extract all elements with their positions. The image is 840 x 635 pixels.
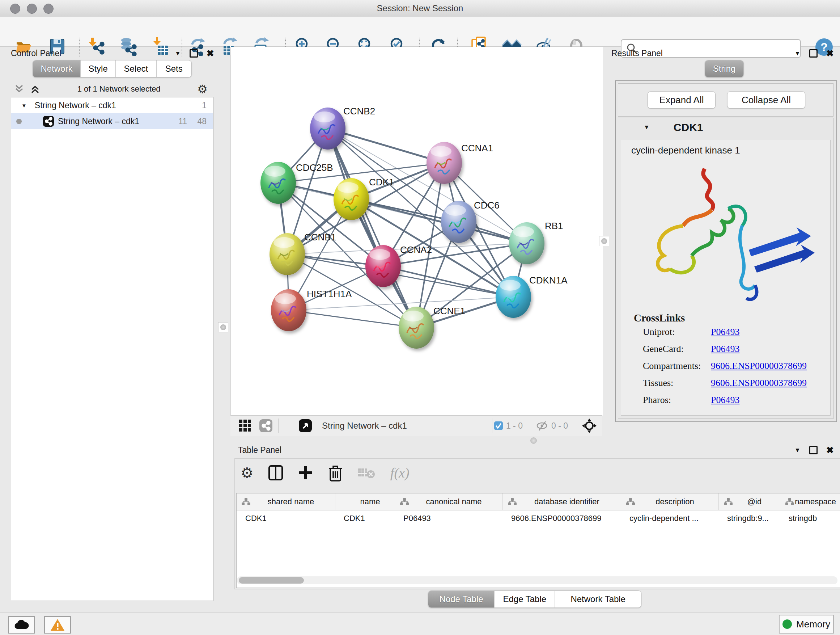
node-RB1[interactable]	[509, 222, 545, 264]
table-options-gear-icon[interactable]: ⚙	[240, 466, 254, 480]
panel-float-icon[interactable]	[189, 49, 198, 57]
column-header-namespace[interactable]: namespace	[780, 494, 840, 510]
warning-icon	[50, 618, 65, 631]
hidden-count: 0 - 0	[551, 421, 568, 431]
hidden-eye-icon[interactable]	[536, 421, 548, 431]
cell[interactable]: 9606.ENSP00000378699	[502, 514, 621, 523]
crosslink-label: Uniprot:	[643, 326, 711, 337]
edge-CCNE1-HIST1H1A[interactable]	[289, 310, 416, 328]
expand-all-button[interactable]: Expand All	[647, 91, 715, 109]
panel-menu-icon[interactable]: ▼	[175, 50, 181, 57]
edge-CCNB2-CCNA1[interactable]	[328, 128, 444, 163]
panel-close-icon[interactable]: ✖	[826, 447, 834, 453]
crosslink-link[interactable]: P06493	[711, 394, 739, 405]
warning-status-button[interactable]	[44, 616, 71, 633]
crosslink-link[interactable]: P06493	[711, 326, 739, 337]
search-input[interactable]	[641, 41, 800, 56]
crosslink-link[interactable]: 9606.ENSP00000378699	[711, 361, 807, 371]
cell[interactable]: stringdb	[780, 514, 840, 523]
network-view-canvas[interactable]: CCNB2CCNA1CDC25BCDK1CDC6RB1CCNB1CCNA2CDK…	[231, 47, 603, 416]
node-HIST1H1A[interactable]	[271, 289, 306, 331]
tab-edge-table[interactable]: Edge Table	[494, 591, 554, 608]
panel-float-icon[interactable]	[809, 49, 818, 57]
node-CCNE1[interactable]	[399, 307, 434, 348]
delete-column-icon[interactable]	[328, 464, 343, 481]
column-header-description[interactable]: description	[621, 494, 718, 510]
column-header-database-identifier[interactable]: database identifier	[502, 494, 621, 510]
cell[interactable]: CDK1	[335, 514, 395, 523]
panel-close-icon[interactable]: ✖	[207, 50, 214, 57]
tab-node-table[interactable]: Node Table	[428, 591, 494, 608]
panel-menu-icon[interactable]: ▼	[794, 447, 801, 454]
network-options-gear-icon[interactable]: ⚙	[197, 83, 208, 95]
node-label-CDC25B: CDC25B	[296, 162, 333, 173]
table-horizontal-scrollbar[interactable]	[237, 576, 837, 584]
node-CCNB1[interactable]	[270, 233, 305, 275]
grid-view-icon[interactable]	[238, 419, 252, 432]
control-panel-window-controls: ▼ ✖	[175, 49, 214, 57]
cell[interactable]: CDK1	[237, 514, 335, 523]
tab-sets[interactable]: Sets	[156, 60, 191, 77]
tab-select[interactable]: Select	[115, 60, 156, 77]
column-header--id[interactable]: @id	[718, 494, 780, 510]
panel-close-icon[interactable]: ✖	[826, 50, 834, 57]
crosslinks-title: CrossLinks	[634, 312, 685, 324]
horizontal-splitter-handle[interactable]	[531, 437, 537, 444]
left-splitter-handle[interactable]	[218, 322, 228, 333]
node-CCNA2[interactable]	[365, 245, 401, 287]
results-panel-title: Results Panel	[611, 49, 663, 58]
network-collection-row[interactable]: ▼ String Network – cdk1 1	[11, 97, 213, 113]
network-list: ▼ String Network – cdk1 1 String Network…	[11, 97, 213, 601]
function-builder-icon: f(x)	[390, 465, 409, 481]
cell[interactable]: stringdb:9...	[718, 514, 780, 523]
expand-all-icon[interactable]	[30, 84, 41, 94]
import-network-database-button[interactable]	[118, 35, 139, 57]
node-label-HIST1H1A: HIST1H1A	[307, 288, 352, 299]
node-CDC6[interactable]	[441, 201, 477, 243]
window-zoom-button[interactable]	[43, 4, 54, 14]
navigator-icon[interactable]	[298, 418, 313, 433]
network-row-selected[interactable]: String Network – cdk1 11 48	[11, 113, 213, 129]
edge-CDK1-RB1[interactable]	[351, 199, 527, 243]
node-CCNA1[interactable]	[426, 142, 462, 184]
window-close-button[interactable]	[10, 4, 20, 14]
table-header-row: shared namenamecanonical namedatabase id…	[237, 494, 840, 510]
birds-eye-toggle-icon[interactable]	[581, 418, 597, 434]
memory-button[interactable]: Memory	[779, 615, 834, 633]
tab-network-table[interactable]: Network Table	[554, 591, 641, 608]
results-panel-window-controls: ▼ ✖	[794, 49, 834, 57]
collapse-all-button[interactable]: Collapse All	[727, 91, 805, 109]
node-CCNB2[interactable]	[310, 108, 346, 149]
cloud-status-button[interactable]	[8, 616, 35, 633]
selected-checkbox-icon[interactable]	[494, 421, 503, 431]
section-expander-icon[interactable]: ▼	[644, 124, 650, 131]
collection-expander-icon[interactable]: ▼	[21, 103, 27, 109]
string-view-icon[interactable]	[259, 418, 273, 433]
cell[interactable]: cyclin-dependent ...	[621, 514, 718, 523]
column-header-name[interactable]: name	[335, 494, 395, 510]
add-column-icon[interactable]	[298, 465, 314, 481]
crosslink-row: GeneCard:P06493	[643, 344, 827, 355]
crosslink-link[interactable]: P06493	[711, 344, 739, 355]
tab-style[interactable]: Style	[80, 60, 115, 77]
node-CDK1[interactable]	[333, 178, 369, 220]
right-splitter-handle[interactable]	[599, 236, 609, 246]
window-minimize-button[interactable]	[27, 4, 37, 14]
import-network-file-button[interactable]	[86, 35, 108, 57]
scrollbar-thumb[interactable]	[239, 577, 304, 584]
column-header-shared-name[interactable]: shared name	[237, 494, 335, 510]
panel-menu-icon[interactable]: ▼	[794, 50, 801, 57]
node-CDC25B[interactable]	[261, 162, 296, 204]
crosslink-link[interactable]: 9606.ENSP00000378699	[711, 378, 807, 388]
gene-section-header[interactable]: ▼ CDK1	[618, 118, 832, 137]
show-columns-icon[interactable]	[268, 464, 283, 481]
import-table-file-button[interactable]	[150, 35, 172, 57]
panel-float-icon[interactable]	[809, 446, 818, 454]
table-row[interactable]: CDK1CDK1P064939606.ENSP00000378699cyclin…	[237, 510, 840, 526]
tab-string[interactable]: String	[705, 60, 744, 77]
column-header-canonical-name[interactable]: canonical name	[395, 494, 502, 510]
tab-network[interactable]: Network	[33, 60, 80, 77]
cell[interactable]: P06493	[395, 514, 502, 523]
collapse-all-icon[interactable]	[14, 84, 25, 94]
node-CDKN1A[interactable]	[496, 276, 531, 318]
